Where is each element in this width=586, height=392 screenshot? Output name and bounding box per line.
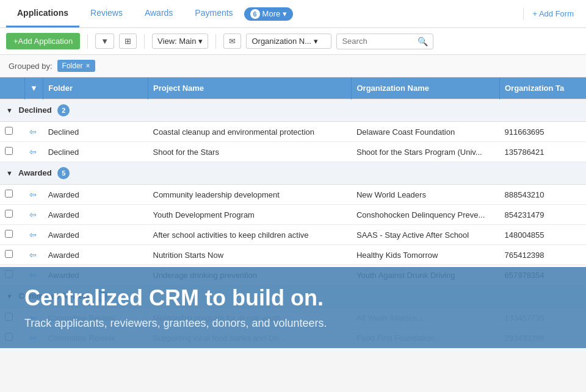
search-input[interactable] [342,37,415,46]
org-dropdown-chevron-icon: ▾ [314,37,318,46]
view-select-label: View: Main [157,37,196,46]
row-checkbox[interactable] [5,190,13,198]
table-container: ▼ Folder Project Name Organization Name … [0,77,586,348]
table-row[interactable]: ⇦ Awarded Nutrition Starts Now Healthy K… [0,245,586,265]
row-checkbox[interactable] [5,230,13,238]
row-link-cell[interactable]: ⇦ [24,122,43,142]
toolbar-separator-1 [87,34,88,49]
view-select[interactable]: View: Main ▾ [152,34,208,49]
row-link-arrow-icon[interactable]: ⇦ [29,230,37,240]
row-folder: Declined [43,122,148,142]
columns-button[interactable]: ⊞ [119,34,137,49]
row-link-cell[interactable]: ⇦ [24,142,43,162]
row-checkbox-cell [0,185,24,205]
nav-reviews[interactable]: Reviews [79,0,134,27]
nav-payments[interactable]: Payments [184,0,244,27]
group-badge: 5 [57,167,70,179]
col-header-project[interactable]: Project Name [148,77,352,99]
add-application-button[interactable]: +Add Application [6,33,80,49]
group-name: Declined [19,105,52,115]
nav-applications[interactable]: Applications [6,0,79,27]
row-checkbox[interactable] [5,147,13,155]
col-header-org[interactable]: Organization Name [352,77,500,99]
row-tax: 854231479 [499,205,586,225]
top-navigation: Applications Reviews Awards Payments 6 M… [0,0,586,28]
more-label: More [262,9,281,18]
row-project: Youth Development Program [148,205,352,225]
row-link-arrow-icon[interactable]: ⇦ [29,210,37,219]
folder-tag[interactable]: Folder × [57,60,95,72]
row-folder: Awarded [43,225,148,245]
row-link-cell[interactable]: ⇦ [24,185,43,205]
table-row[interactable]: ⇦ Awarded After school activities to kee… [0,225,586,245]
overlay-banner: Centralized CRM to build on. Track appli… [0,267,586,348]
row-folder: Declined [43,142,148,162]
toolbar-separator-2 [144,34,145,49]
overlay-subtext: Track applicants, reviewers, grantees, d… [24,317,562,330]
nav-divider [523,8,524,20]
row-project: Nutrition Starts Now [148,245,352,265]
more-badge: 6 [250,9,260,19]
row-org: Healthy Kids Tomorrow [352,245,500,265]
row-link-arrow-icon[interactable]: ⇦ [29,190,37,199]
row-checkbox-cell [0,142,24,162]
filter-button[interactable]: ▼ [95,34,114,49]
row-link-cell[interactable]: ⇦ [24,245,43,265]
col-header-orgtax[interactable]: Organization Ta [499,77,586,99]
columns-icon: ⊞ [125,37,131,46]
col-header-folder[interactable]: Folder [43,77,148,99]
col-header-arrow: ▼ [24,77,43,99]
filter-icon: ▼ [101,37,109,46]
row-project: Community leadership development [148,185,352,205]
row-link-cell[interactable]: ⇦ [24,225,43,245]
row-org: Conshohocken Delinquency Preve... [352,205,500,225]
col-header-check [0,77,24,99]
folder-tag-label: Folder [62,62,83,70]
overlay-headline: Centralized CRM to build on. [24,285,562,311]
search-box[interactable]: 🔍 [336,34,433,49]
grouped-by-label: Grouped by: [9,62,52,71]
table-row[interactable]: ⇦ Declined Coastal cleanup and environme… [0,122,586,142]
row-folder: Awarded [43,205,148,225]
row-project: Coastal cleanup and environmental protec… [148,122,352,142]
row-org: Delaware Coast Foundation [352,122,500,142]
group-header-row[interactable]: ▼ Awarded 5 [0,162,586,185]
row-folder: Awarded [43,245,148,265]
row-link-arrow-icon[interactable]: ⇦ [29,127,37,137]
table-row[interactable]: ⇦ Declined Shoot for the Stars Shoot for… [0,142,586,162]
row-tax: 888543210 [499,185,586,205]
group-header-cell: ▼ Declined 2 [0,99,586,122]
group-name: Awarded [18,168,52,177]
table-row[interactable]: ⇦ Awarded Youth Development Program Cons… [0,205,586,225]
row-link-arrow-icon[interactable]: ⇦ [29,147,37,157]
table-header-row: ▼ Folder Project Name Organization Name … [0,77,586,99]
folder-tag-close-icon[interactable]: × [86,62,90,70]
row-tax: 911663695 [499,122,586,142]
row-tax: 765412398 [499,245,586,265]
row-org: Shoot for the Stars Program (Univ... [352,142,500,162]
row-link-arrow-icon[interactable]: ⇦ [29,250,37,260]
org-dropdown-label: Organization N... [251,37,311,46]
email-button[interactable]: ✉ [223,34,241,49]
grouped-by-bar: Grouped by: Folder × [0,55,586,77]
group-badge: 2 [57,104,70,116]
group-collapse-arrow-icon[interactable]: ▼ [6,169,13,177]
row-checkbox[interactable] [5,127,13,135]
search-icon[interactable]: 🔍 [418,37,428,46]
sort-arrow-icon: ▼ [30,84,38,93]
nav-more-button[interactable]: 6 More ▾ [244,7,294,21]
row-link-cell[interactable]: ⇦ [24,205,43,225]
row-org: SAAS - Stay Active After School [352,225,500,245]
table-row[interactable]: ⇦ Awarded Community leadership developme… [0,185,586,205]
more-chevron-icon: ▾ [283,9,287,18]
nav-awards[interactable]: Awards [134,0,184,27]
group-collapse-arrow-icon[interactable]: ▼ [6,107,13,114]
group-header-row[interactable]: ▼ Declined 2 [0,99,586,122]
row-project: After school activities to keep children… [148,225,352,245]
org-dropdown[interactable]: Organization N... ▾ [246,34,331,49]
row-checkbox[interactable] [5,210,13,218]
row-checkbox[interactable] [5,250,13,258]
row-checkbox-cell [0,122,24,142]
add-form-button[interactable]: + Add Form [526,9,580,18]
row-checkbox-cell [0,205,24,225]
